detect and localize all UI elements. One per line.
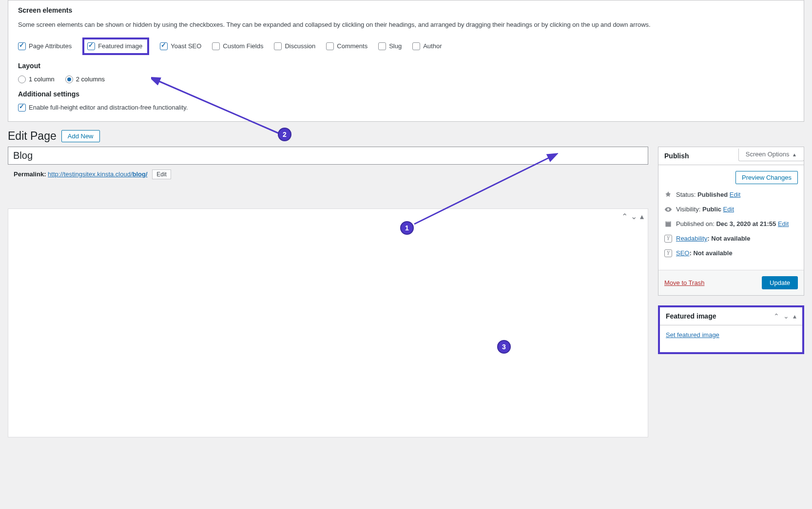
permalink-label: Permalink: — [14, 170, 46, 178]
svg-line-0 — [157, 80, 280, 134]
additional-settings-heading: Additional settings — [18, 90, 794, 98]
publish-body: Preview Changes Status: Published Edit V… — [658, 165, 804, 270]
featured-image-label[interactable]: Featured image — [98, 42, 142, 50]
featured-image-body: Set featured image — [660, 325, 802, 352]
screen-options-tab[interactable]: Screen Options ▲ — [738, 149, 804, 161]
discussion-checkbox[interactable] — [274, 42, 282, 50]
featured-image-highlight: Featured image — [82, 38, 149, 55]
checkbox-yoast-seo[interactable]: Yoast SEO — [160, 42, 201, 50]
checkbox-page-attributes[interactable]: Page Attributes — [18, 42, 72, 50]
yoast-icon: Y — [664, 235, 672, 243]
published-edit-link[interactable]: Edit — [778, 220, 789, 227]
featured-image-checkbox[interactable] — [87, 42, 95, 50]
readability-link[interactable]: Readability — [676, 235, 707, 242]
publish-postbox: Publish ⌃ ⌄ ▴ Preview Changes Status: Pu… — [658, 147, 804, 296]
layout-heading: Layout — [18, 62, 794, 70]
editor-metabox: ⌃ ⌄ ▴ — [8, 208, 648, 437]
permalink-edit-button[interactable]: Edit — [152, 170, 171, 179]
checkbox-full-height-editor[interactable]: Enable full-height editor and distractio… — [18, 104, 794, 112]
screen-elements-description: Some screen elements can be shown or hid… — [18, 20, 794, 30]
comments-checkbox[interactable] — [326, 42, 334, 50]
checkbox-author[interactable]: Author — [412, 42, 442, 50]
visibility-edit-link[interactable]: Edit — [723, 206, 734, 213]
svg-line-1 — [414, 157, 551, 224]
screen-elements-heading: Screen elements — [18, 6, 794, 14]
status-line: Status: Published Edit — [664, 191, 798, 199]
chevron-down-icon[interactable]: ⌄ — [631, 212, 637, 221]
seo-line: Y SEO: Not available — [664, 249, 798, 257]
yoast-seo-checkbox[interactable] — [160, 42, 168, 50]
eye-icon — [664, 206, 672, 213]
yoast-icon: Y — [664, 249, 672, 257]
screen-elements-checkboxes: Page Attributes Featured image Yoast SEO… — [18, 38, 794, 55]
chevron-up-icon[interactable]: ⌃ — [773, 312, 779, 320]
chevron-down-icon[interactable]: ⌄ — [783, 312, 789, 320]
move-to-trash-link[interactable]: Move to Trash — [664, 279, 704, 286]
full-height-editor-checkbox[interactable] — [18, 104, 26, 112]
arrow-up-icon: ▲ — [792, 152, 797, 157]
layout-radios: 1 column 2 columns — [18, 75, 794, 83]
author-checkbox[interactable] — [412, 42, 420, 50]
screen-options-tab-label: Screen Options — [746, 151, 790, 158]
two-columns-radio[interactable] — [65, 75, 73, 83]
featured-image-title: Featured image — [666, 312, 716, 320]
publish-title: Publish — [664, 152, 689, 160]
checkbox-featured-image[interactable]: Featured image — [87, 42, 142, 50]
triangle-up-icon[interactable]: ▴ — [793, 312, 796, 320]
triangle-up-icon[interactable]: ▴ — [640, 212, 644, 221]
discussion-label[interactable]: Discussion — [285, 42, 315, 50]
permalink-link[interactable]: http://testingsitex.kinsta.cloud/blog/ — [48, 170, 147, 178]
seo-link[interactable]: SEO — [676, 249, 689, 257]
side-column: Publish ⌃ ⌄ ▴ Preview Changes Status: Pu… — [658, 147, 804, 364]
screen-options-panel: Screen elements Some screen elements can… — [8, 0, 804, 122]
two-columns-label[interactable]: 2 columns — [76, 75, 105, 83]
one-column-label[interactable]: 1 column — [29, 75, 55, 83]
custom-fields-checkbox[interactable] — [212, 42, 220, 50]
checkbox-comments[interactable]: Comments — [326, 42, 367, 50]
slug-checkbox[interactable] — [378, 42, 386, 50]
page-attributes-checkbox[interactable] — [18, 42, 26, 50]
page-title: Edit Page — [8, 130, 57, 143]
calendar-icon — [664, 220, 672, 228]
radio-2-columns[interactable]: 2 columns — [65, 75, 105, 83]
one-column-radio[interactable] — [18, 75, 26, 83]
annotation-3: 3 — [497, 340, 511, 354]
featured-image-postbox: Featured image ⌃ ⌄ ▴ Set featured image — [658, 305, 804, 354]
readability-line: Y Readability: Not available — [664, 235, 798, 243]
annotation-1: 1 — [400, 221, 414, 235]
custom-fields-label[interactable]: Custom Fields — [223, 42, 263, 50]
page-heading-row: Edit Page Add New — [0, 122, 812, 147]
slug-label[interactable]: Slug — [389, 42, 402, 50]
add-new-button[interactable]: Add New — [61, 130, 100, 142]
editor-toggles: ⌃ ⌄ ▴ — [621, 212, 644, 221]
published-line: Published on: Dec 3, 2020 at 21:55 Edit — [664, 220, 798, 228]
checkbox-discussion[interactable]: Discussion — [274, 42, 315, 50]
annotation-2: 2 — [278, 128, 291, 141]
pin-icon — [664, 191, 672, 199]
preview-changes-button[interactable]: Preview Changes — [735, 171, 798, 184]
chevron-up-icon[interactable]: ⌃ — [621, 212, 628, 221]
checkbox-custom-fields[interactable]: Custom Fields — [212, 42, 263, 50]
visibility-line: Visibility: Public Edit — [664, 206, 798, 213]
status-edit-link[interactable]: Edit — [730, 191, 740, 198]
page-attributes-label[interactable]: Page Attributes — [29, 42, 72, 50]
annotation-arrow-2 — [151, 73, 288, 141]
featured-image-header[interactable]: Featured image ⌃ ⌄ ▴ — [660, 307, 802, 325]
comments-label[interactable]: Comments — [337, 42, 367, 50]
radio-1-column[interactable]: 1 column — [18, 75, 55, 83]
publish-footer: Move to Trash Update — [658, 270, 804, 295]
checkbox-slug[interactable]: Slug — [378, 42, 402, 50]
annotation-arrow-1 — [412, 151, 558, 229]
author-label[interactable]: Author — [423, 42, 442, 50]
featured-image-toggles: ⌃ ⌄ ▴ — [773, 312, 796, 320]
set-featured-image-link[interactable]: Set featured image — [666, 331, 719, 339]
yoast-seo-label[interactable]: Yoast SEO — [171, 42, 201, 50]
update-button[interactable]: Update — [762, 276, 798, 289]
